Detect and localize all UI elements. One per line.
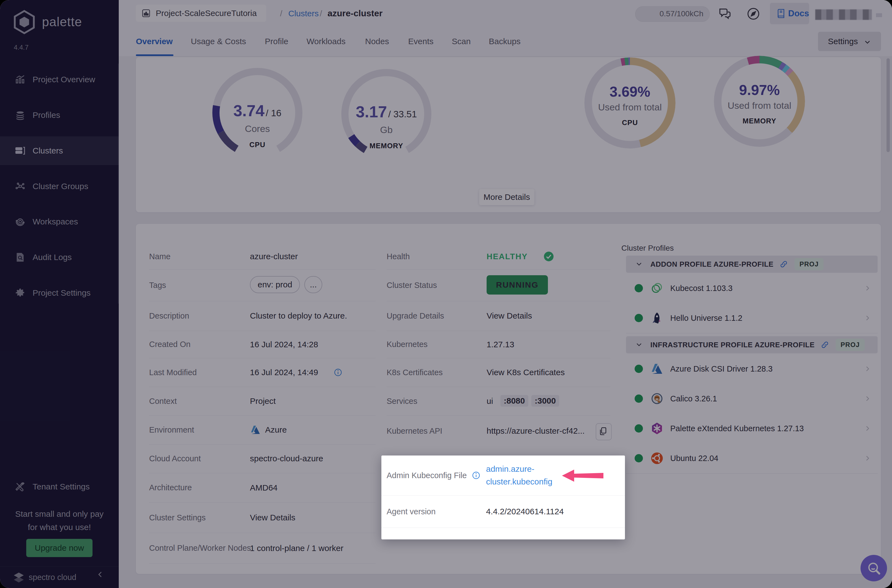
admin-kubeconfig-download-link[interactable]: admin.azure- cluster.kubeconfig — [486, 463, 552, 488]
info-icon[interactable] — [472, 471, 481, 480]
kubeconfig-link-line1: admin.azure- — [486, 463, 552, 476]
detail-label: Admin Kubeconfig File — [387, 456, 467, 495]
spotlight-admin-kubeconfig: Admin Kubeconfig File admin.azure- clust… — [381, 456, 625, 539]
detail-label: Agent version — [387, 495, 435, 528]
agent-version-value: 4.4.2/20240614.1124 — [486, 495, 564, 528]
detail-row-agent-version: Agent version 4.4.2/20240614.1124 — [381, 495, 625, 528]
annotation-arrow-icon — [562, 468, 604, 484]
palette-app-window: palette 4.4.7 Project Overview Profiles … — [0, 0, 892, 588]
kubeconfig-link-line2: cluster.kubeconfig — [486, 476, 552, 488]
